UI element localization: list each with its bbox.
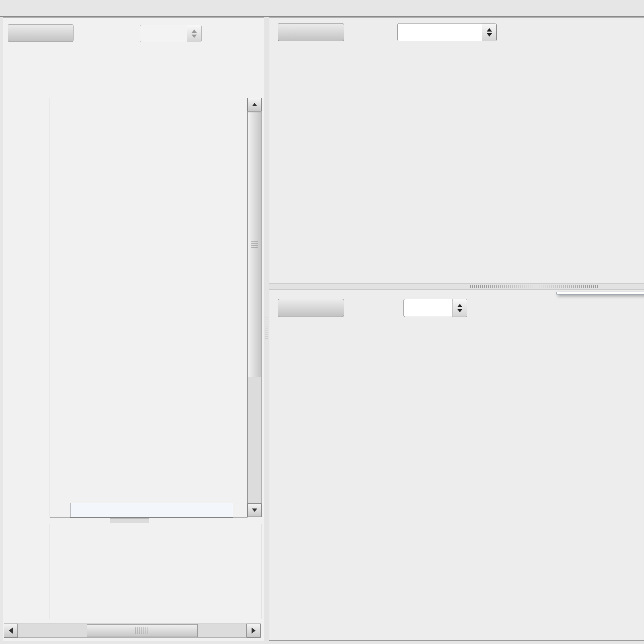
- freeze-button[interactable]: [278, 23, 344, 41]
- select-data-combo[interactable]: [140, 25, 202, 42]
- defect-map-heatmap[interactable]: [50, 98, 248, 518]
- spinner-up-down-icon[interactable]: [452, 299, 467, 317]
- scroll-left-button[interactable]: [4, 624, 18, 638]
- plot-type-combo[interactable]: [404, 299, 467, 317]
- map-x-axis-ruler: [53, 85, 241, 96]
- freeze-button[interactable]: [8, 24, 73, 42]
- map-page-indicator: [70, 503, 233, 518]
- tab-bar: [0, 0, 644, 17]
- scrollbar-thumb[interactable]: [87, 624, 198, 637]
- scroll-right-button[interactable]: [247, 624, 261, 638]
- defect-map-panel: [3, 17, 264, 641]
- scroll-up-button[interactable]: [248, 98, 262, 111]
- fft-spectrum-chart: [307, 336, 644, 622]
- spinner-up-down-icon[interactable]: [482, 23, 496, 41]
- qualification-panel: [269, 17, 644, 283]
- spinner-up-down-icon[interactable]: [187, 25, 201, 42]
- fft-panel: [269, 289, 644, 641]
- scrollbar-thumb[interactable]: [248, 112, 261, 377]
- grayavg-profile-chart: [50, 524, 262, 619]
- context-menu: [556, 292, 644, 294]
- horizontal-splitter[interactable]: [269, 283, 644, 289]
- scroll-down-button[interactable]: [248, 503, 262, 517]
- content-combo[interactable]: [397, 23, 497, 41]
- freeze-button[interactable]: [278, 299, 344, 317]
- mini-scrollbar[interactable]: [110, 518, 149, 523]
- map-y-axis-ruler: [45, 98, 49, 517]
- vertical-splitter[interactable]: [264, 17, 269, 641]
